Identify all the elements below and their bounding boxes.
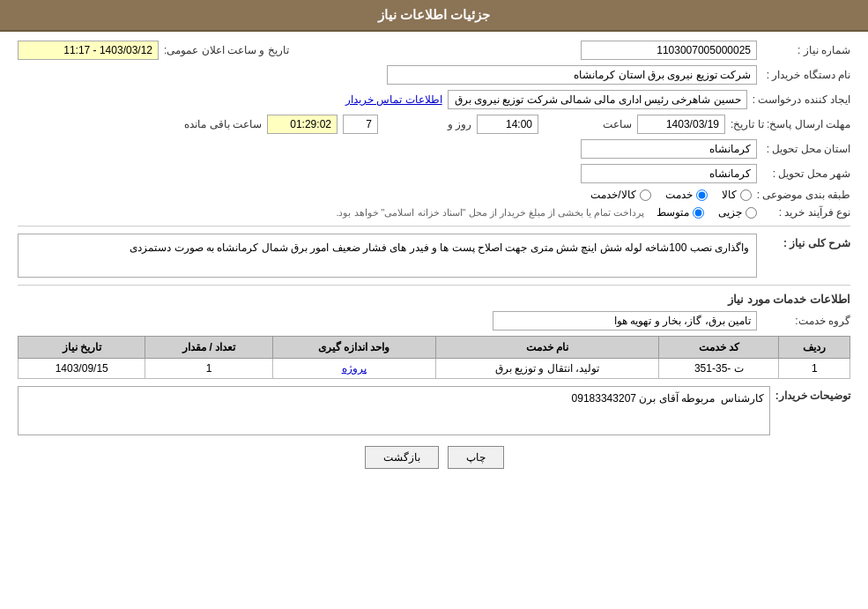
province-row: استان محل تحویل : (18, 139, 850, 159)
date-input[interactable] (18, 41, 159, 60)
category-kala-khedmat-radio[interactable] (640, 189, 651, 201)
services-table: ردیف کد خدمت نام خدمت واحد اندازه گیری ت… (18, 336, 850, 379)
process-jozi-label: جزیی (718, 206, 742, 219)
deadline-label: مهلت ارسال پاسخ: تا تاریخ: (731, 118, 850, 130)
description-value: واگذاری نصب 100شاخه لوله شش اینچ شش متری… (130, 241, 749, 254)
cell-unit[interactable]: پروژه (272, 359, 435, 379)
deadline-time-input[interactable] (477, 115, 538, 134)
col-row-num: ردیف (779, 337, 850, 359)
requester-input[interactable] (448, 90, 747, 109)
category-kala-radio[interactable] (740, 189, 752, 201)
buyer-org-row: نام دستگاه خریدار : (18, 65, 850, 85)
service-group-label: گروه خدمت: (762, 315, 850, 327)
buyer-notes-section: توضیحات خریدار: کارشناس مربوطه آقای برن … (18, 386, 850, 435)
category-label: طبقه بندی موضوعی : (757, 189, 850, 201)
deadline-remaining-label: ساعت باقی مانده (174, 118, 262, 130)
cell-qty: 1 (145, 359, 272, 379)
buyer-desc-label: توضیحات خریدار: (775, 386, 850, 402)
process-note: پرداخت تمام یا بخشی از مبلغ خریدار از مح… (336, 207, 644, 219)
description-box: واگذاری نصب 100شاخه لوله شش اینچ شش متری… (18, 234, 757, 278)
process-row: نوع فرآیند خرید : جزیی متوسط پرداخت تمام… (18, 206, 850, 219)
process-jozi-radio[interactable] (746, 207, 757, 219)
deadline-row: مهلت ارسال پاسخ: تا تاریخ: ساعت روز و سا… (18, 115, 850, 134)
need-number-label: شماره نیاز : (762, 44, 850, 56)
category-kala[interactable]: کالا (722, 189, 752, 201)
cell-name: تولید، انتقال و توزیع برق (435, 359, 659, 379)
province-label: استان محل تحویل : (762, 143, 850, 155)
requester-label: ایجاد کننده درخواست : (753, 93, 850, 106)
service-group-input[interactable] (493, 311, 757, 330)
print-button[interactable]: چاپ (448, 446, 504, 469)
deadline-days-label: روز و (383, 118, 471, 130)
back-button[interactable]: بازگشت (365, 446, 439, 469)
requester-row: ایجاد کننده درخواست : اطلاعات تماس خریدا… (18, 90, 850, 109)
date-label: تاریخ و ساعت اعلان عمومی: (164, 44, 289, 56)
deadline-date-input[interactable] (637, 115, 725, 134)
need-number-row: شماره نیاز : تاریخ و ساعت اعلان عمومی: (18, 41, 850, 60)
process-motavaset-radio[interactable] (693, 207, 704, 219)
process-jozi[interactable]: جزیی (718, 206, 757, 219)
cell-date: 1403/09/15 (19, 359, 145, 379)
col-name: نام خدمت (435, 337, 659, 359)
process-motavaset-label: متوسط (657, 206, 689, 219)
process-label: نوع فرآیند خرید : (762, 206, 850, 219)
deadline-days-input[interactable] (343, 115, 378, 134)
category-kala-label: کالا (722, 189, 737, 201)
deadline-remaining-input[interactable] (267, 115, 338, 134)
page-header: جزئیات اطلاعات نیاز (0, 0, 868, 32)
divider-2 (18, 285, 850, 286)
need-number-input[interactable] (581, 41, 757, 60)
services-section-title: اطلاعات خدمات مورد نیاز (18, 293, 850, 306)
city-input[interactable] (581, 164, 757, 183)
description-row: شرح کلی نیاز : واگذاری نصب 100شاخه لوله … (18, 234, 850, 278)
category-kala-khedmat[interactable]: کالا/خدمت (590, 189, 650, 201)
buttons-row: چاپ بازگشت (18, 446, 850, 469)
category-kala-khedmat-label: کالا/خدمت (590, 189, 635, 201)
cell-row-num: 1 (779, 359, 850, 379)
col-qty: تعداد / مقدار (145, 337, 272, 359)
category-radio-group: کالا خدمت کالا/خدمت (590, 189, 751, 201)
city-label: شهر محل تحویل : (762, 167, 850, 180)
col-date: تاریخ نیاز (19, 337, 145, 359)
buyer-org-input[interactable] (387, 65, 757, 85)
divider-1 (18, 226, 850, 227)
cell-code: ت -35-351 (659, 359, 779, 379)
category-khedmat-radio[interactable] (696, 189, 708, 201)
province-input[interactable] (581, 139, 757, 159)
city-row: شهر محل تحویل : (18, 164, 850, 183)
category-row: طبقه بندی موضوعی : کالا خدمت کالا/خدمت (18, 189, 850, 201)
col-unit: واحد اندازه گیری (272, 337, 435, 359)
buyer-desc-textarea[interactable]: کارشناس مربوطه آقای برن 09183343207 (18, 386, 770, 435)
process-radio-group: جزیی متوسط (657, 206, 757, 219)
process-motavaset[interactable]: متوسط (657, 206, 704, 219)
description-label: شرح کلی نیاز : (762, 234, 850, 249)
contact-link[interactable]: اطلاعات تماس خریدار (345, 93, 442, 106)
category-khedmat[interactable]: خدمت (665, 189, 708, 201)
table-row: 1 ت -35-351 تولید، انتقال و توزیع برق پر… (19, 359, 850, 379)
col-code: کد خدمت (659, 337, 779, 359)
deadline-time-label: ساعت (544, 118, 632, 130)
category-khedmat-label: خدمت (665, 189, 693, 201)
page-title: جزئیات اطلاعات نیاز (378, 7, 490, 22)
service-group-row: گروه خدمت: (18, 311, 850, 330)
buyer-org-label: نام دستگاه خریدار : (762, 69, 850, 81)
